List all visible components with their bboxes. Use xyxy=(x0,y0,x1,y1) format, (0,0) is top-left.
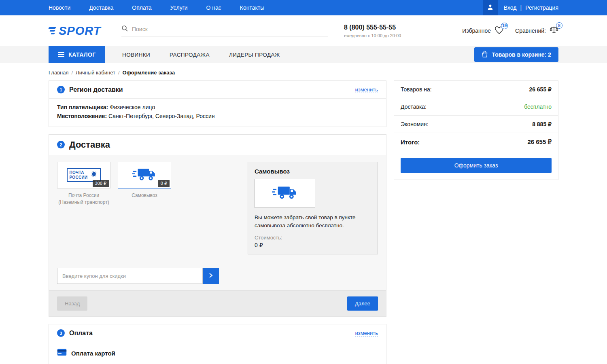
region-section: 1 Регион доставки изменить Тип плательщи… xyxy=(49,80,386,127)
summary-value: 8 885 ₽ xyxy=(532,121,552,127)
compare-label: Сравнений: xyxy=(515,28,546,34)
delivery-section-title: Доставка xyxy=(69,140,110,150)
top-navigation: Новости Доставка Оплата Услуги О нас Кон… xyxy=(49,4,264,11)
location-label: Местоположение: xyxy=(57,113,107,119)
topnav-link-payment[interactable]: Оплата xyxy=(132,4,151,11)
search-icon xyxy=(121,25,128,33)
auth-divider: | xyxy=(520,4,522,11)
compare-count-badge: 8 xyxy=(556,22,562,29)
order-summary: Товаров на: 26 655 ₽ Доставка: бесплатно… xyxy=(394,80,558,180)
summary-row-savings: Экономия: 8 885 ₽ xyxy=(394,116,558,133)
nav-link-bestsellers[interactable]: ЛИДЕРЫ ПРОДАЖ xyxy=(229,52,280,58)
summary-label: Итого: xyxy=(401,139,420,146)
coupon-row xyxy=(49,261,386,290)
pickup-icon-box xyxy=(255,179,315,208)
catalog-button[interactable]: КАТАЛОГ xyxy=(49,46,105,63)
payer-type-label: Тип плательщика: xyxy=(57,104,108,110)
breadcrumb-link-account[interactable]: Личный кабинет xyxy=(76,70,115,76)
next-button[interactable]: Далее xyxy=(347,296,378,311)
delivery-option-pickup[interactable]: 0 ₽ Самовывоз xyxy=(118,162,171,199)
top-bar: Новости Доставка Оплата Услуги О нас Кон… xyxy=(0,0,607,15)
hamburger-icon xyxy=(58,52,64,57)
double-eagle-icon xyxy=(90,170,98,180)
cart-label: Товаров в корзине: 2 xyxy=(492,51,551,58)
pickup-option-caption: Самовывоз xyxy=(118,192,171,199)
summary-label: Экономия: xyxy=(401,121,429,127)
user-icon xyxy=(487,4,494,12)
search-bar xyxy=(121,25,328,36)
pickup-price-chip: 0 ₽ xyxy=(158,180,170,187)
phone-block: 8 (800) 555-55-55 ежедневно с 10:00 до 2… xyxy=(344,24,401,38)
truck-icon xyxy=(272,184,298,202)
pickup-detail-panel: Самовывоз Вы можете забрать свой товар в… xyxy=(248,162,378,255)
summary-value: бесплатно xyxy=(524,104,552,110)
breadcrumb-link-home[interactable]: Главная xyxy=(49,70,68,76)
location-value: Санкт-Петербург, Северо-Запад, Россия xyxy=(108,113,215,119)
phone-hours: ежедневно с 10:00 до 20:00 xyxy=(344,33,401,38)
chevron-right-icon xyxy=(209,273,213,279)
payment-method-label: Оплата картой xyxy=(71,350,115,357)
cost-value: 0 ₽ xyxy=(255,242,371,248)
payment-edit-link[interactable]: изменить xyxy=(355,330,378,336)
summary-row-total: Итого: 26 655 ₽ xyxy=(394,133,558,151)
sport-logo[interactable]: SPORT xyxy=(49,24,113,38)
bag-icon xyxy=(482,51,488,59)
topnav-link-delivery[interactable]: Доставка xyxy=(89,4,113,11)
summary-value: 26 655 ₽ xyxy=(527,138,552,146)
breadcrumb-separator: / xyxy=(71,70,73,76)
favorites-label: Избранное xyxy=(462,28,491,34)
summary-row-delivery: Доставка: бесплатно xyxy=(394,98,558,116)
credit-card-icon xyxy=(57,349,67,358)
topnav-link-services[interactable]: Услуги xyxy=(170,4,188,11)
cart-button[interactable]: Товаров в корзине: 2 xyxy=(474,47,558,62)
summary-row-goods: Товаров на: 26 655 ₽ xyxy=(394,81,558,98)
login-link[interactable]: Вход xyxy=(504,4,517,11)
delivery-section: 2 Доставка ПОЧТА РОССИИ xyxy=(49,134,386,317)
region-edit-link[interactable]: изменить xyxy=(355,87,378,93)
register-link[interactable]: Регистрация xyxy=(525,4,558,11)
site-header: SPORT 8 (800) 555-55-55 ежедневно с 10:0… xyxy=(0,15,607,46)
step-2-badge: 2 xyxy=(57,141,65,148)
breadcrumb-separator: / xyxy=(118,70,120,76)
payment-section: 3 Оплата изменить Оплата картой xyxy=(49,324,386,364)
search-input[interactable] xyxy=(132,26,328,32)
user-account-button[interactable] xyxy=(483,0,498,15)
category-links: НОВИНКИ РАСПРОДАЖА ЛИДЕРЫ ПРОДАЖ xyxy=(122,52,280,58)
payer-type-value: Физическое лицо xyxy=(110,104,155,110)
post-price-chip: 300 ₽ xyxy=(93,180,109,187)
truck-icon xyxy=(132,167,157,184)
step-3-badge: 3 xyxy=(57,329,65,337)
nav-link-sale[interactable]: РАСПРОДАЖА xyxy=(170,52,210,58)
pickup-detail-title: Самовывоз xyxy=(255,168,371,175)
checkout-button[interactable]: Оформить заказ xyxy=(401,158,552,173)
payer-type-row: Тип плательщика: Физическое лицо xyxy=(57,103,378,112)
coupon-submit-button[interactable] xyxy=(203,268,219,284)
location-row: Местоположение: Санкт-Петербург, Северо-… xyxy=(57,112,378,121)
topnav-link-news[interactable]: Новости xyxy=(49,4,70,11)
nav-link-new[interactable]: НОВИНКИ xyxy=(122,52,150,58)
coupon-input[interactable] xyxy=(57,268,203,284)
logo-speed-lines-icon xyxy=(49,27,56,34)
favorites-button[interactable]: Избранное 19 xyxy=(462,26,504,36)
topnav-link-contacts[interactable]: Контакты xyxy=(240,4,264,11)
main-navbar: КАТАЛОГ НОВИНКИ РАСПРОДАЖА ЛИДЕРЫ ПРОДАЖ… xyxy=(0,46,607,63)
phone-number: 8 (800) 555-55-55 xyxy=(344,24,401,31)
summary-value: 26 655 ₽ xyxy=(529,86,552,93)
favorites-count-badge: 19 xyxy=(501,23,508,29)
summary-label: Доставка: xyxy=(401,104,427,110)
breadcrumb-current: Оформление заказа xyxy=(123,70,175,76)
step-1-badge: 1 xyxy=(57,86,65,93)
summary-label: Товаров на: xyxy=(401,86,432,93)
cost-label: Стоимость: xyxy=(255,235,371,241)
post-option-caption: Почта России (Наземный транспорт) xyxy=(57,192,110,206)
topnav-link-about[interactable]: О нас xyxy=(206,4,221,11)
delivery-option-russian-post[interactable]: ПОЧТА РОССИИ 300 ₽ Почта России xyxy=(57,162,110,206)
pickup-description: Вы можете забрать свой товар в пункте са… xyxy=(255,214,371,230)
compare-button[interactable]: Сравнений: 8 xyxy=(515,25,558,36)
payment-section-title: Оплата xyxy=(69,330,93,337)
breadcrumb: Главная / Личный кабинет / Оформление за… xyxy=(49,70,558,76)
back-button[interactable]: Назад xyxy=(57,296,87,311)
region-section-title: Регион доставки xyxy=(69,86,123,93)
